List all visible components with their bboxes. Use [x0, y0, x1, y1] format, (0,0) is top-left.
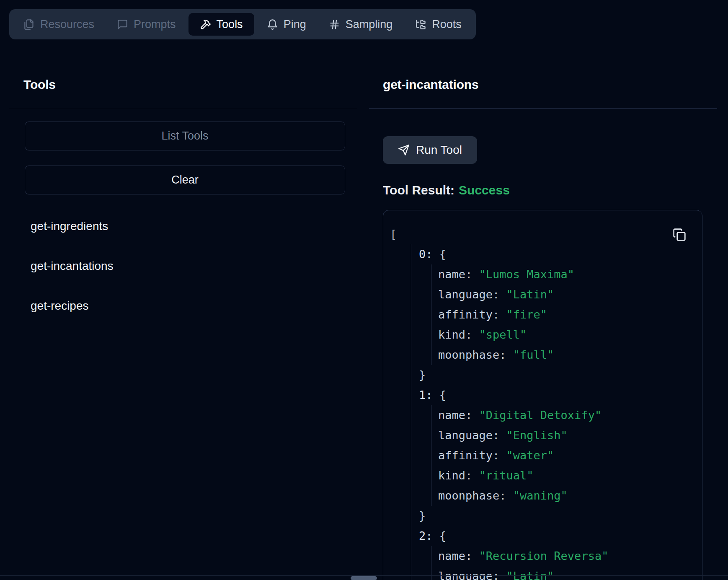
clear-button[interactable]: Clear [25, 166, 345, 194]
json-property-name: name: "Recursion Reversa" [438, 546, 692, 566]
horizontal-scrollbar [0, 575, 728, 580]
json-tree-view: [0: {name: "Lumos Maxima"language: "Lati… [383, 210, 702, 580]
json-item-index: 1: { [419, 385, 692, 405]
tab-prompts[interactable]: Prompts [107, 13, 186, 36]
list-tools-button[interactable]: List Tools [25, 122, 345, 150]
json-property-name: name: "Digital Detoxify" [438, 405, 692, 425]
json-item-index: 2: { [419, 526, 692, 546]
message-square-icon [117, 19, 128, 30]
tool-result-label: Tool Result: [383, 183, 454, 197]
json-item-1: 1: {name: "Digital Detoxify"language: "E… [419, 385, 692, 526]
run-tool-label: Run Tool [416, 143, 462, 157]
capability-tabbar: Resources Prompts Tools Ping Sampling Ro… [9, 9, 476, 39]
tab-sampling[interactable]: Sampling [319, 13, 403, 36]
json-property-kind: kind: "spell" [438, 325, 692, 345]
tool-result-json-box: [0: {name: "Lumos Maxima"language: "Lati… [383, 210, 702, 580]
tool-result-status: Success [459, 183, 510, 197]
tool-list-item-get-incantations[interactable]: get-incantations [31, 256, 114, 276]
tool-result-line: Tool Result:Success [383, 183, 510, 197]
tool-list-item-get-recipes[interactable]: get-recipes [31, 296, 114, 316]
tab-label: Sampling [346, 18, 393, 31]
tab-label: Tools [217, 18, 243, 31]
json-item-close-brace: } [419, 365, 692, 385]
tab-label: Ping [284, 18, 306, 31]
tab-tools[interactable]: Tools [188, 13, 254, 36]
tab-resources[interactable]: Resources [13, 13, 104, 36]
tab-label: Roots [432, 18, 462, 31]
folder-tree-icon [415, 19, 426, 30]
horizontal-scrollbar-thumb[interactable] [351, 576, 377, 580]
hash-icon [329, 19, 340, 30]
left-panel-title: Tools [23, 78, 56, 92]
send-icon [398, 144, 410, 156]
json-property-kind: kind: "ritual" [438, 466, 692, 486]
selected-tool-title: get-incantations [383, 78, 478, 92]
run-tool-button[interactable]: Run Tool [383, 136, 477, 164]
right-panel-divider [369, 108, 717, 109]
json-item-0: 0: {name: "Lumos Maxima"language: "Latin… [419, 244, 692, 385]
hammer-icon [200, 19, 211, 30]
json-property-affinity: affinity: "fire" [438, 305, 692, 325]
json-item-properties: name: "Recursion Reversa"language: "Lati… [431, 546, 692, 580]
left-panel-divider [9, 108, 357, 108]
json-array-items: 0: {name: "Lumos Maxima"language: "Latin… [411, 244, 692, 580]
tab-roots[interactable]: Roots [405, 13, 472, 36]
tool-list-item-get-ingredients[interactable]: get-ingredients [31, 216, 114, 236]
json-item-properties: name: "Lumos Maxima"language: "Latin"aff… [431, 264, 692, 365]
copy-icon[interactable] [673, 228, 687, 241]
json-property-language: language: "Latin" [438, 285, 692, 305]
tab-ping[interactable]: Ping [257, 13, 316, 36]
json-open-bracket: [ [390, 224, 692, 244]
tool-list: get-ingredients get-incantations get-rec… [31, 216, 114, 336]
json-item-2: 2: {name: "Recursion Reversa"language: "… [419, 526, 692, 580]
tab-label: Resources [40, 18, 94, 31]
bell-icon [267, 19, 278, 30]
json-item-close-brace: } [419, 506, 692, 526]
json-property-affinity: affinity: "water" [438, 445, 692, 466]
json-property-name: name: "Lumos Maxima" [438, 264, 692, 285]
files-icon [23, 19, 35, 30]
json-property-language: language: "English" [438, 425, 692, 445]
json-property-moonphase: moonphase: "full" [438, 345, 692, 365]
json-item-properties: name: "Digital Detoxify"language: "Engli… [431, 405, 692, 506]
json-item-index: 0: { [419, 244, 692, 264]
json-property-moonphase: moonphase: "waning" [438, 486, 692, 506]
tab-label: Prompts [134, 18, 176, 31]
